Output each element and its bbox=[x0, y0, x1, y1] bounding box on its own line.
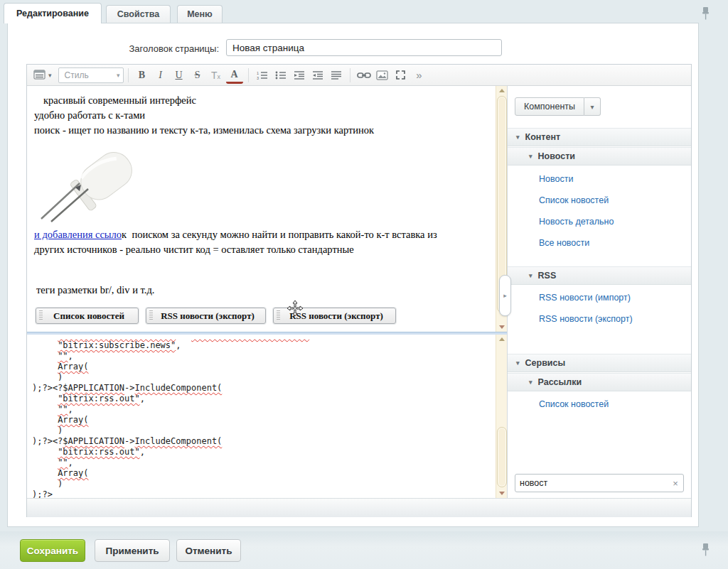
justify-button[interactable] bbox=[328, 67, 345, 84]
code-line: ) bbox=[32, 372, 496, 383]
bold-button[interactable]: B bbox=[134, 67, 151, 84]
triangle-down-icon: ▾ bbox=[529, 272, 532, 279]
drag-handle-icon bbox=[277, 310, 280, 321]
outdent-button[interactable] bbox=[309, 67, 326, 84]
editor-text: других источников - реально чистит код =… bbox=[34, 242, 488, 257]
code-scrollbar[interactable] bbox=[496, 335, 507, 498]
editor-paragraph: поиск - ищет по названию и тексту к-та, … bbox=[34, 123, 488, 138]
svg-text:3: 3 bbox=[257, 76, 259, 80]
italic-button[interactable]: I bbox=[152, 67, 169, 84]
editor-link[interactable]: и добавления ссыло bbox=[34, 229, 122, 240]
triangle-down-icon: ▾ bbox=[516, 359, 520, 367]
bullet-list-button[interactable] bbox=[272, 67, 289, 84]
style-select[interactable]: Стиль ▾ bbox=[58, 67, 124, 83]
indent-button[interactable] bbox=[291, 67, 308, 84]
component-search-box: × bbox=[515, 474, 684, 492]
scroll-down-arrow[interactable] bbox=[496, 323, 508, 332]
triangle-down-icon: ▾ bbox=[529, 379, 532, 386]
component-link-all-news[interactable]: Все новости bbox=[539, 238, 589, 248]
code-line: "bitrix:rss.out", bbox=[32, 447, 496, 457]
view-mode-button[interactable]: ▾ bbox=[33, 67, 52, 84]
code-line: "", bbox=[32, 404, 496, 415]
component-placeholder-rss-export-1[interactable]: RSS новости (экспорт) bbox=[146, 308, 266, 324]
link-button[interactable] bbox=[355, 67, 373, 84]
section-content[interactable]: ▾ Контент bbox=[508, 128, 691, 146]
component-link-rss-import[interactable]: RSS новости (импорт) bbox=[539, 293, 631, 303]
toolbar-more-button[interactable]: » bbox=[411, 67, 428, 84]
code-line: "", bbox=[32, 351, 496, 362]
code-line: "bitrix:rss.out", bbox=[32, 394, 496, 404]
cancel-button[interactable]: Отменить bbox=[176, 539, 241, 562]
editor-text: поиском за секунду можно найти и поправи… bbox=[127, 229, 437, 240]
move-cursor-icon bbox=[287, 300, 304, 317]
component-link-news[interactable]: Новости bbox=[539, 174, 573, 184]
code-line: Array( bbox=[32, 362, 496, 372]
editor-paragraph: красивый современный интерфейс bbox=[34, 93, 488, 108]
font-color-button[interactable]: A bbox=[226, 68, 243, 84]
subsection-mailing[interactable]: ▾ Рассылки bbox=[508, 373, 691, 391]
scroll-down-arrow[interactable] bbox=[496, 489, 508, 498]
code-line: "", bbox=[32, 457, 496, 468]
components-button[interactable]: Компоненты ▾ bbox=[515, 97, 601, 116]
editor-toolbar: ▾ Стиль ▾ B I U S Tx A 13 bbox=[27, 65, 691, 86]
editor-paragraph: удобно работать с к-тами bbox=[34, 108, 488, 123]
fullscreen-button[interactable] bbox=[392, 67, 410, 84]
subsection-news[interactable]: ▾ Новости bbox=[508, 147, 691, 166]
ordered-list-button[interactable]: 13 bbox=[254, 67, 271, 84]
drag-handle-icon bbox=[39, 310, 43, 321]
editor-frame: ▾ Стиль ▾ B I U S Tx A 13 bbox=[26, 64, 692, 517]
tab-editing[interactable]: Редактирование bbox=[4, 3, 102, 23]
section-services[interactable]: ▾ Сервисы bbox=[508, 354, 691, 372]
component-search-input[interactable] bbox=[515, 478, 668, 488]
component-link-news-list[interactable]: Список новостей bbox=[539, 195, 609, 205]
page-title-input[interactable] bbox=[226, 39, 502, 56]
component-placeholder-rss-export-2[interactable]: RSS новости (экспорт) bbox=[273, 308, 396, 324]
code-line: );?> bbox=[32, 489, 496, 498]
wysiwyg-editor[interactable]: красивый современный интерфейс удобно ра… bbox=[27, 86, 496, 332]
code-line: "bitrix:subscribe.news", "bitrix:subscri… bbox=[32, 335, 496, 340]
image-button[interactable] bbox=[374, 67, 391, 84]
triangle-right-icon: ▸ bbox=[503, 292, 507, 299]
svg-text:1: 1 bbox=[257, 70, 259, 75]
page: Редактирование Свойства Меню Заголовок с… bbox=[0, 0, 728, 569]
triangle-down-icon: ▾ bbox=[516, 134, 520, 141]
page-title-label: Заголовок страницы: bbox=[64, 43, 219, 54]
component-link-rss-export[interactable]: RSS новости (экспорт) bbox=[539, 314, 633, 324]
code-line: ) bbox=[32, 426, 496, 436]
component-placeholder-news-list[interactable]: Список новостей bbox=[36, 308, 139, 324]
tab-properties[interactable]: Свойства bbox=[106, 5, 171, 23]
panel-collapse-handle[interactable]: ▸ bbox=[499, 275, 511, 316]
led-image[interactable] bbox=[36, 143, 144, 224]
drag-handle-icon bbox=[149, 310, 153, 321]
clear-format-button[interactable]: Tx bbox=[208, 67, 225, 84]
apply-button[interactable]: Применить bbox=[95, 539, 170, 562]
triangle-down-icon: ▾ bbox=[529, 153, 532, 160]
subsection-rss[interactable]: ▾ RSS bbox=[508, 266, 691, 285]
pin-icon[interactable] bbox=[701, 543, 710, 560]
component-link-news-detail[interactable]: Новость детально bbox=[539, 217, 614, 227]
code-line: );?><?$APPLICATION->IncludeComponent( bbox=[32, 383, 496, 394]
clear-search-icon[interactable]: × bbox=[668, 478, 683, 489]
scroll-up-arrow[interactable] bbox=[496, 335, 508, 344]
component-link-mailing-news-list[interactable]: Список новостей bbox=[539, 399, 609, 409]
underline-button[interactable]: U bbox=[171, 67, 188, 84]
save-button[interactable]: Сохранить bbox=[20, 539, 85, 562]
code-line: );?><?$APPLICATION->IncludeComponent( bbox=[32, 436, 496, 447]
pin-icon[interactable] bbox=[701, 6, 710, 23]
tab-menu[interactable]: Меню bbox=[177, 5, 223, 23]
code-line: Array( bbox=[32, 415, 496, 426]
code-line: ) bbox=[32, 479, 496, 489]
chevron-down-icon: ▾ bbox=[117, 72, 120, 79]
scroll-up-arrow[interactable] bbox=[496, 86, 508, 95]
code-line: Array( bbox=[32, 468, 496, 479]
chevron-down-icon: ▾ bbox=[584, 97, 601, 116]
code-line: "bitrix:subscribe.news", bbox=[32, 340, 496, 351]
chevron-down-icon: ▾ bbox=[48, 72, 52, 79]
strikethrough-button[interactable]: S bbox=[189, 67, 206, 84]
code-editor[interactable]: "bitrix:subscribe.news", "bitrix:subscri… bbox=[27, 335, 496, 498]
editor-footer-strip bbox=[27, 498, 691, 517]
components-panel: Компоненты ▾ ▾ Контент ▾ Новости Новости… bbox=[507, 86, 691, 498]
editor-tags-line: теги разметки br/, div и т.д. bbox=[34, 283, 488, 298]
scrollbar-thumb[interactable] bbox=[497, 427, 507, 487]
